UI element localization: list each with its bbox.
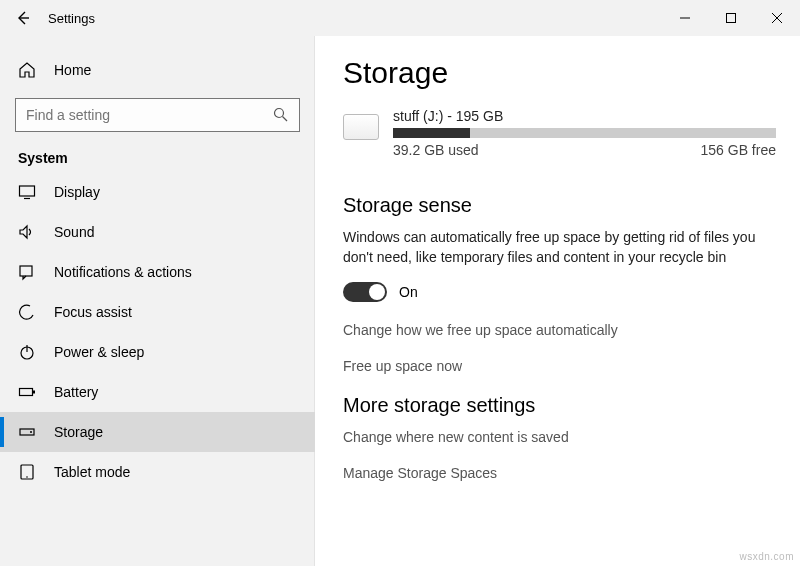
- svg-rect-12: [20, 389, 33, 396]
- minimize-icon: [680, 13, 690, 23]
- more-storage-heading: More storage settings: [343, 394, 776, 417]
- sidebar-item-label: Power & sleep: [54, 344, 144, 360]
- maximize-icon: [726, 13, 736, 23]
- close-button[interactable]: [754, 2, 800, 34]
- sidebar-item-label: Notifications & actions: [54, 264, 192, 280]
- sidebar-item-label: Storage: [54, 424, 103, 440]
- search-box[interactable]: [15, 98, 300, 132]
- sidebar-item-label: Display: [54, 184, 100, 200]
- storage-icon: [18, 423, 36, 441]
- tablet-icon: [18, 463, 36, 481]
- sidebar-item-storage[interactable]: Storage: [0, 412, 315, 452]
- sidebar-item-tablet[interactable]: Tablet mode: [0, 452, 315, 492]
- storage-sense-description: Windows can automatically free up space …: [343, 227, 776, 268]
- search-input[interactable]: [26, 107, 273, 123]
- power-icon: [18, 343, 36, 361]
- svg-rect-13: [33, 391, 35, 394]
- drive-row[interactable]: stuff (J:) - 195 GB 39.2 GB used 156 GB …: [343, 108, 776, 158]
- svg-point-5: [275, 109, 284, 118]
- sidebar-item-battery[interactable]: Battery: [0, 372, 315, 412]
- link-change-auto[interactable]: Change how we free up space automaticall…: [343, 322, 776, 338]
- svg-point-17: [26, 476, 28, 478]
- svg-point-15: [30, 431, 32, 433]
- link-free-up-now[interactable]: Free up space now: [343, 358, 776, 374]
- sidebar-item-label: Sound: [54, 224, 94, 240]
- focus-assist-icon: [18, 303, 36, 321]
- drive-used-text: 39.2 GB used: [393, 142, 479, 158]
- search-icon: [273, 107, 289, 123]
- sidebar-home-label: Home: [54, 62, 91, 78]
- link-manage-storage-spaces[interactable]: Manage Storage Spaces: [343, 465, 776, 481]
- main-content: Storage stuff (J:) - 195 GB 39.2 GB used…: [315, 36, 800, 566]
- storage-sense-heading: Storage sense: [343, 194, 776, 217]
- sidebar-item-label: Tablet mode: [54, 464, 130, 480]
- sidebar-item-power[interactable]: Power & sleep: [0, 332, 315, 372]
- close-icon: [772, 13, 782, 23]
- notifications-icon: [18, 263, 36, 281]
- storage-sense-toggle-label: On: [399, 284, 418, 300]
- drive-usage-fill: [393, 128, 470, 138]
- watermark: wsxdn.com: [739, 551, 794, 562]
- display-icon: [18, 183, 36, 201]
- sidebar-category: System: [0, 146, 315, 172]
- sidebar-item-label: Battery: [54, 384, 98, 400]
- window-title: Settings: [38, 11, 95, 26]
- link-change-where-saved[interactable]: Change where new content is saved: [343, 429, 776, 445]
- svg-rect-9: [20, 266, 32, 276]
- sidebar-item-focus[interactable]: Focus assist: [0, 292, 315, 332]
- svg-rect-7: [20, 186, 35, 196]
- back-button[interactable]: [8, 3, 38, 33]
- drive-free-text: 156 GB free: [701, 142, 777, 158]
- sidebar-item-label: Focus assist: [54, 304, 132, 320]
- minimize-button[interactable]: [662, 2, 708, 34]
- home-icon: [18, 61, 36, 79]
- svg-line-6: [283, 117, 288, 122]
- drive-icon: [343, 114, 379, 140]
- page-title: Storage: [343, 56, 776, 90]
- storage-sense-toggle[interactable]: [343, 282, 387, 302]
- sidebar-item-sound[interactable]: Sound: [0, 212, 315, 252]
- sound-icon: [18, 223, 36, 241]
- sidebar: Home System Display Sound: [0, 36, 315, 566]
- maximize-button[interactable]: [708, 2, 754, 34]
- drive-usage-bar: [393, 128, 776, 138]
- svg-rect-2: [727, 14, 736, 23]
- sidebar-item-display[interactable]: Display: [0, 172, 315, 212]
- back-arrow-icon: [15, 10, 31, 26]
- drive-label: stuff (J:) - 195 GB: [393, 108, 776, 124]
- sidebar-item-notifications[interactable]: Notifications & actions: [0, 252, 315, 292]
- sidebar-home[interactable]: Home: [0, 50, 315, 90]
- battery-icon: [18, 383, 36, 401]
- titlebar: Settings: [0, 0, 800, 36]
